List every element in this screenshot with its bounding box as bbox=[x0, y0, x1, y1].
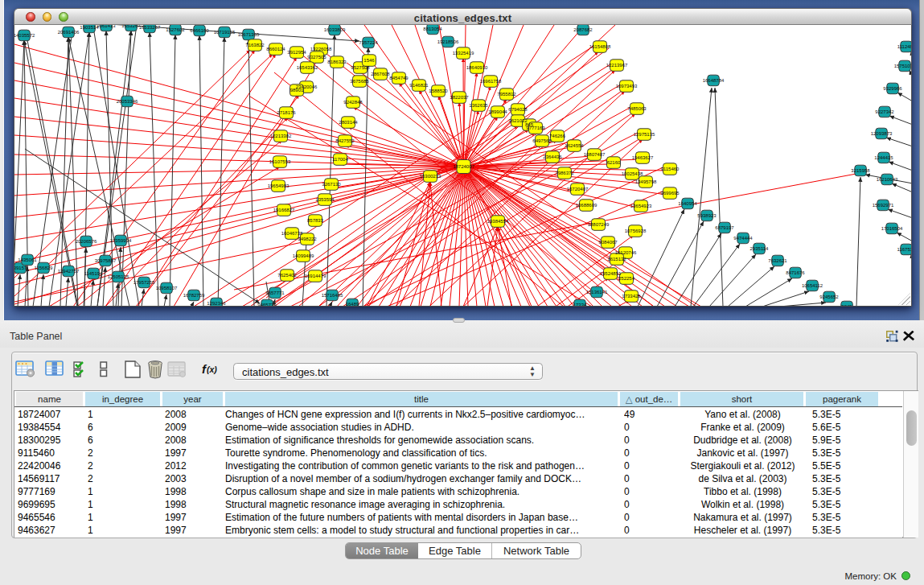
svg-text:1588520: 1588520 bbox=[429, 89, 448, 93]
svg-text:1546: 1546 bbox=[363, 58, 375, 63]
svg-text:1167533: 1167533 bbox=[897, 247, 912, 252]
svg-text:9245: 9245 bbox=[841, 304, 852, 307]
svg-text:13654923: 13654923 bbox=[630, 204, 652, 208]
svg-text:17359934: 17359934 bbox=[110, 238, 132, 243]
svg-text:3267130: 3267130 bbox=[322, 182, 341, 187]
svg-text:62160: 62160 bbox=[607, 160, 621, 165]
svg-text:7625402: 7625402 bbox=[277, 273, 297, 278]
svg-text:9327505: 9327505 bbox=[307, 55, 326, 60]
svg-text:9465779: 9465779 bbox=[257, 303, 277, 307]
svg-text:12213382: 12213382 bbox=[270, 134, 292, 138]
svg-text:746266: 746266 bbox=[549, 134, 566, 138]
svg-text:16210643: 16210643 bbox=[877, 177, 898, 182]
svg-text:13495798: 13495798 bbox=[635, 179, 657, 184]
svg-text:1527602: 1527602 bbox=[166, 27, 185, 32]
svg-text:14035572: 14035572 bbox=[14, 33, 35, 38]
svg-text:17957255: 17957255 bbox=[133, 280, 155, 285]
svg-text:9329966: 9329966 bbox=[883, 86, 902, 91]
svg-text:10688609: 10688609 bbox=[576, 203, 598, 208]
svg-text:1145194: 1145194 bbox=[84, 271, 104, 276]
svg-text:8454749: 8454749 bbox=[389, 76, 409, 80]
svg-text:18807249: 18807249 bbox=[588, 222, 610, 227]
svg-text:2087682: 2087682 bbox=[573, 27, 593, 32]
svg-text:9777169: 9777169 bbox=[526, 126, 545, 130]
svg-text:1353594: 1353594 bbox=[315, 197, 335, 202]
svg-text:10719155: 10719155 bbox=[214, 30, 236, 35]
svg-text:9474444: 9474444 bbox=[733, 236, 753, 241]
svg-text:20691406: 20691406 bbox=[58, 30, 80, 35]
svg-text:15720407: 15720407 bbox=[567, 187, 589, 192]
svg-text:1615132: 1615132 bbox=[607, 257, 626, 262]
svg-text:2718176: 2718176 bbox=[277, 110, 296, 115]
svg-text:7632621: 7632621 bbox=[768, 258, 787, 263]
svg-text:17016504: 17016504 bbox=[881, 226, 903, 231]
svg-text:117004: 117004 bbox=[332, 157, 348, 162]
svg-text:2867608: 2867608 bbox=[371, 72, 390, 76]
svg-text:16961758: 16961758 bbox=[480, 79, 502, 84]
svg-text:9227342: 9227342 bbox=[875, 109, 894, 114]
svg-text:1733426: 1733426 bbox=[622, 294, 641, 299]
svg-text:10807487: 10807487 bbox=[584, 152, 606, 157]
svg-text:3675685: 3675685 bbox=[350, 79, 369, 84]
svg-text:8813054: 8813054 bbox=[423, 27, 442, 31]
svg-text:8186323: 8186323 bbox=[327, 60, 347, 64]
svg-text:3498222: 3498222 bbox=[298, 237, 317, 241]
svg-text:7485063: 7485063 bbox=[627, 106, 647, 111]
svg-text:3215958: 3215958 bbox=[851, 168, 870, 173]
svg-text:30975887: 30975887 bbox=[95, 258, 117, 263]
svg-text:14099489: 14099489 bbox=[293, 253, 314, 258]
svg-text:10958107: 10958107 bbox=[156, 286, 178, 290]
svg-text:18640910: 18640910 bbox=[466, 65, 488, 70]
svg-text:98901: 98901 bbox=[290, 88, 304, 93]
svg-text:6497568: 6497568 bbox=[532, 138, 552, 143]
svg-text:252254: 252254 bbox=[618, 276, 635, 281]
svg-text:10973493: 10973493 bbox=[616, 84, 638, 89]
svg-text:13325419: 13325419 bbox=[453, 51, 474, 56]
svg-text:2803144: 2803144 bbox=[339, 120, 358, 125]
svg-text:10756928: 10756928 bbox=[625, 229, 647, 233]
svg-text:1435061: 1435061 bbox=[18, 257, 37, 262]
svg-text:8471676: 8471676 bbox=[786, 270, 805, 275]
svg-text:19654983: 19654983 bbox=[268, 183, 290, 188]
svg-text:1292346: 1292346 bbox=[207, 301, 226, 306]
svg-text:12942757: 12942757 bbox=[58, 269, 80, 274]
svg-text:15716485: 15716485 bbox=[322, 293, 343, 298]
svg-text:12213967: 12213967 bbox=[606, 63, 628, 68]
svg-text:1624554: 1624554 bbox=[565, 143, 584, 148]
svg-text:20053346: 20053346 bbox=[117, 99, 138, 104]
svg-text:7986372: 7986372 bbox=[555, 171, 574, 175]
svg-text:8660124: 8660124 bbox=[266, 47, 285, 51]
svg-text:12505135: 12505135 bbox=[108, 274, 129, 279]
svg-text:1362635: 1362635 bbox=[469, 103, 488, 108]
svg-text:6466160: 6466160 bbox=[190, 28, 209, 33]
svg-text:9242848: 9242848 bbox=[343, 100, 363, 105]
svg-text:2935114: 2935114 bbox=[750, 246, 770, 251]
svg-text:16782759: 16782759 bbox=[183, 293, 205, 298]
svg-text:12975135: 12975135 bbox=[634, 132, 655, 137]
svg-text:9657771: 9657771 bbox=[265, 290, 285, 295]
svg-text:1899044: 1899044 bbox=[488, 109, 507, 114]
svg-text:10671365: 10671365 bbox=[238, 32, 260, 37]
svg-text:6794028: 6794028 bbox=[508, 107, 528, 112]
svg-text:12093873: 12093873 bbox=[871, 131, 893, 136]
svg-text:16120746: 16120746 bbox=[615, 250, 637, 255]
svg-text:16533267: 16533267 bbox=[139, 25, 161, 30]
svg-text:7357224: 7357224 bbox=[359, 40, 378, 45]
svg-text:6879197: 6879197 bbox=[715, 225, 734, 230]
svg-text:17334: 17334 bbox=[573, 303, 587, 307]
svg-text:16033809: 16033809 bbox=[324, 27, 346, 32]
svg-text:16107553: 16107553 bbox=[269, 159, 291, 164]
svg-text:19463627: 19463627 bbox=[632, 155, 654, 160]
svg-text:7163822: 7163822 bbox=[245, 43, 265, 47]
svg-text:15136141: 15136141 bbox=[586, 290, 608, 295]
svg-text:15751074: 15751074 bbox=[894, 64, 912, 68]
svg-text:857833: 857833 bbox=[307, 218, 324, 223]
svg-text:15692971: 15692971 bbox=[873, 203, 894, 208]
svg-text:13226058: 13226058 bbox=[310, 47, 332, 51]
svg-text:(x): (x) bbox=[207, 365, 217, 374]
svg-text:1112480: 1112480 bbox=[897, 44, 912, 49]
svg-text:3912954: 3912954 bbox=[287, 50, 306, 55]
svg-text:16489: 16489 bbox=[346, 302, 359, 307]
svg-text:16543362: 16543362 bbox=[297, 65, 318, 70]
svg-text:19384554: 19384554 bbox=[487, 219, 509, 224]
